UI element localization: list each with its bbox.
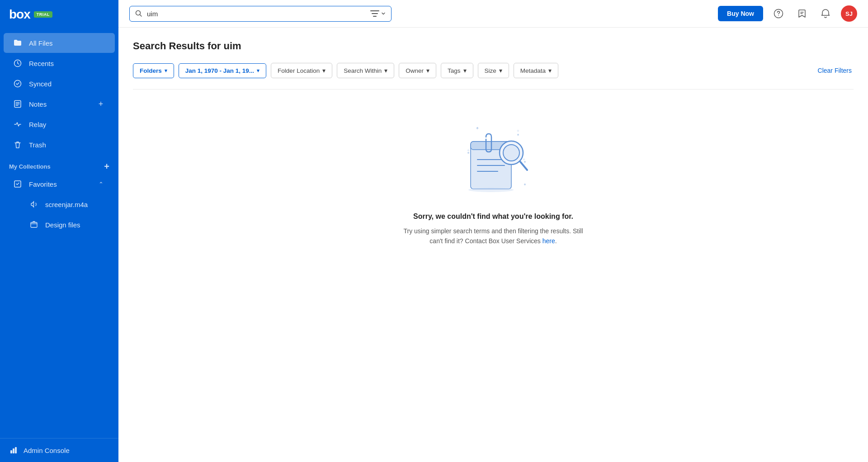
folder-location-caret-icon: ▾ bbox=[322, 67, 326, 74]
folders-filter-button[interactable]: Folders ▾ bbox=[133, 63, 174, 78]
filter-bar: Folders ▾ Jan 1, 1970 - Jan 1, 19... ▾ F… bbox=[133, 63, 854, 78]
tags-filter-label: Tags bbox=[448, 67, 461, 74]
metadata-filter-button[interactable]: Metadata ▾ bbox=[514, 63, 558, 78]
search-icon bbox=[135, 10, 142, 17]
sidebar-item-screenjar-label: screenjar.m4a bbox=[45, 201, 88, 208]
my-collections-label: My Collections bbox=[9, 163, 51, 170]
folders-caret-icon: ▾ bbox=[165, 68, 167, 74]
search-input[interactable] bbox=[147, 10, 366, 18]
empty-illustration: + + + + bbox=[448, 117, 538, 198]
svg-rect-6 bbox=[13, 448, 14, 453]
folder-location-filter-button[interactable]: Folder Location ▾ bbox=[271, 63, 332, 78]
filter-options-icon[interactable] bbox=[370, 10, 386, 17]
sidebar-item-synced-label: Synced bbox=[29, 80, 52, 88]
sidebar-item-all-files-label: All Files bbox=[29, 39, 53, 47]
svg-text:+: + bbox=[476, 126, 479, 131]
trial-badge: TRIAL bbox=[34, 11, 52, 18]
main-content: Buy Now SJ bbox=[118, 0, 868, 462]
admin-console-icon bbox=[9, 446, 18, 455]
sidebar-item-design-files-label: Design files bbox=[45, 221, 80, 229]
admin-console-label: Admin Console bbox=[24, 447, 70, 454]
size-filter-button[interactable]: Size ▾ bbox=[478, 63, 509, 78]
folders-filter-label: Folders bbox=[140, 67, 162, 74]
sidebar-item-recents-label: Recents bbox=[29, 60, 54, 67]
design-folder-icon bbox=[29, 220, 39, 230]
svg-rect-10 bbox=[372, 13, 378, 14]
sidebar-item-notes[interactable]: Notes + bbox=[4, 94, 115, 114]
search-within-filter-button[interactable]: Search Within ▾ bbox=[337, 63, 394, 78]
metadata-caret-icon: ▾ bbox=[548, 67, 552, 74]
svg-point-13 bbox=[778, 15, 779, 16]
sidebar-item-synced[interactable]: Synced bbox=[4, 74, 115, 94]
notifications-bookmark-button[interactable] bbox=[794, 5, 810, 22]
svg-line-31 bbox=[520, 162, 527, 170]
owner-filter-label: Owner bbox=[406, 67, 424, 74]
svg-text:+: + bbox=[467, 148, 470, 153]
svg-rect-7 bbox=[15, 447, 17, 453]
svg-text:+: + bbox=[517, 128, 519, 133]
sidebar-nav: All Files Recents Synced bbox=[0, 29, 118, 438]
tags-caret-icon: ▾ bbox=[463, 67, 467, 74]
svg-text:+: + bbox=[523, 157, 525, 162]
svg-rect-5 bbox=[10, 450, 12, 453]
sidebar-item-relay[interactable]: Relay bbox=[4, 114, 115, 134]
sidebar-item-design-files[interactable]: Design files bbox=[4, 215, 115, 235]
relay-icon bbox=[13, 119, 23, 129]
page-title: Search Results for uim bbox=[133, 40, 854, 52]
clear-filters-button[interactable]: Clear Filters bbox=[816, 63, 854, 78]
size-filter-label: Size bbox=[485, 67, 496, 74]
sidebar-item-favorites-label: Favorites bbox=[29, 180, 57, 188]
sidebar-item-trash[interactable]: Trash bbox=[4, 135, 115, 155]
date-filter-label: Jan 1, 1970 - Jan 1, 19... bbox=[185, 67, 254, 74]
sidebar-item-relay-label: Relay bbox=[29, 121, 46, 128]
date-filter-button[interactable]: Jan 1, 1970 - Jan 1, 19... ▾ bbox=[179, 63, 266, 78]
trash-icon bbox=[13, 140, 23, 150]
sidebar-item-all-files[interactable]: All Files bbox=[4, 33, 115, 53]
sidebar-item-favorites[interactable]: Favorites ⌃ bbox=[4, 174, 115, 194]
note-icon bbox=[13, 99, 23, 109]
buy-now-button[interactable]: Buy Now bbox=[718, 6, 763, 21]
collections-add-button[interactable]: + bbox=[104, 161, 109, 172]
empty-state-title: Sorry, we couldn't find what you're look… bbox=[413, 212, 573, 221]
size-caret-icon: ▾ bbox=[499, 67, 502, 74]
date-caret-icon: ▾ bbox=[257, 68, 259, 74]
audio-icon bbox=[29, 199, 39, 209]
logo: box bbox=[9, 7, 30, 22]
owner-caret-icon: ▾ bbox=[426, 67, 429, 74]
search-bar[interactable] bbox=[129, 6, 392, 22]
tags-filter-button[interactable]: Tags ▾ bbox=[441, 63, 473, 78]
contact-link[interactable]: here bbox=[542, 237, 555, 245]
help-button[interactable] bbox=[770, 5, 787, 22]
folder-location-filter-label: Folder Location bbox=[278, 67, 320, 74]
svg-point-15 bbox=[517, 134, 519, 136]
favorites-icon bbox=[13, 179, 23, 189]
sidebar-item-notes-label: Notes bbox=[29, 100, 47, 108]
sidebar-item-recents[interactable]: Recents bbox=[4, 53, 115, 73]
logo-area: box TRIAL bbox=[0, 0, 118, 29]
sidebar: box TRIAL All Files Recents bbox=[0, 0, 118, 462]
header: Buy Now SJ bbox=[118, 0, 868, 28]
empty-state-description: Try using simpler search terms and then … bbox=[403, 226, 584, 246]
svg-point-32 bbox=[468, 188, 514, 192]
svg-rect-9 bbox=[370, 10, 379, 11]
owner-filter-button[interactable]: Owner ▾ bbox=[399, 63, 436, 78]
notes-add-button[interactable]: + bbox=[96, 99, 106, 109]
clock-icon bbox=[13, 58, 23, 68]
folder-icon bbox=[13, 38, 23, 48]
header-actions: Buy Now SJ bbox=[718, 5, 857, 22]
check-circle-icon bbox=[13, 79, 23, 89]
my-collections-section: My Collections + bbox=[0, 155, 118, 174]
admin-console-item[interactable]: Admin Console bbox=[0, 438, 118, 462]
sidebar-item-trash-label: Trash bbox=[29, 141, 46, 149]
svg-rect-4 bbox=[31, 222, 37, 227]
search-within-caret-icon: ▾ bbox=[384, 67, 387, 74]
svg-point-30 bbox=[503, 145, 519, 161]
sidebar-item-screenjar[interactable]: screenjar.m4a bbox=[4, 194, 115, 214]
svg-point-19 bbox=[524, 184, 526, 185]
bell-icon[interactable] bbox=[817, 5, 834, 22]
search-within-filter-label: Search Within bbox=[344, 67, 382, 74]
empty-state: + + + + bbox=[133, 90, 854, 264]
empty-state-period: . bbox=[555, 237, 557, 245]
favorites-collapse-button[interactable]: ⌃ bbox=[96, 179, 106, 189]
user-avatar[interactable]: SJ bbox=[841, 5, 857, 22]
